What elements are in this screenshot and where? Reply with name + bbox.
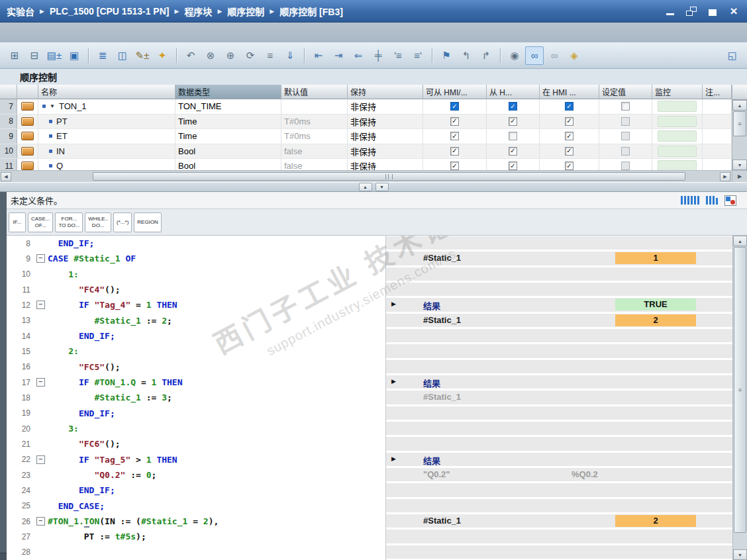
- snippet-tab[interactable]: FOR...TO DO...: [55, 212, 83, 232]
- minimize-button[interactable]: [665, 7, 675, 16]
- table-row[interactable]: 8PTTimeT#0ms非保持✓✓✓: [0, 115, 732, 130]
- column-header-6[interactable]: 可从 HMI/...: [423, 85, 487, 99]
- cross-references-icon[interactable]: ⊗: [201, 46, 220, 65]
- hmi-checkbox[interactable]: ✓: [450, 132, 459, 140]
- snippet-tab[interactable]: CASE...OF...: [28, 212, 53, 232]
- snippet-tab[interactable]: WHILE..DO...: [85, 212, 111, 232]
- breadcrumb-item[interactable]: 顺序控制: [227, 5, 264, 18]
- retain-cell[interactable]: 非保持: [348, 129, 423, 144]
- call-structure-icon[interactable]: ⊕: [221, 46, 240, 65]
- table-row[interactable]: 9ETTimeT#0ms非保持✓✓: [0, 129, 732, 144]
- setpoint-checkbox[interactable]: [621, 102, 630, 111]
- table-row[interactable]: 7▼TON_1TON_TIME非保持✓✓✓: [0, 99, 732, 115]
- breadcrumb-item[interactable]: 顺序控制 [FB3]: [279, 5, 343, 18]
- default-value-cell[interactable]: T#0ms: [281, 115, 348, 129]
- expand-all-icon[interactable]: ⇓: [281, 46, 299, 65]
- hmi-checkbox[interactable]: ✓: [450, 102, 459, 111]
- shift-left-icon[interactable]: ⇐: [349, 46, 368, 65]
- indent-icon[interactable]: ⇥: [329, 46, 348, 65]
- horizontal-scrollbar[interactable]: ◀ ▶: [0, 170, 732, 182]
- code-vertical-scrollbar[interactable]: ▲ ≡ ▼: [732, 236, 747, 560]
- next-position-icon[interactable]: ↱: [477, 46, 495, 65]
- monitoring-snapshot-icon[interactable]: ∞: [545, 46, 564, 65]
- update-block-calls-icon[interactable]: ⟳: [241, 46, 260, 65]
- column-header-11[interactable]: 注...: [703, 85, 732, 99]
- breadcrumb-item[interactable]: PLC_1500 [CPU 1513-1 PN]: [50, 6, 170, 17]
- data-type-cell[interactable]: TON_TIME: [175, 99, 281, 114]
- hmi-checkbox[interactable]: ✓: [450, 117, 459, 126]
- hmi-checkbox[interactable]: ✓: [565, 147, 573, 156]
- breadcrumb-item[interactable]: 程序块: [184, 5, 212, 18]
- code-editor[interactable]: 8END_IF;9−CASE #Static_1 OF101:11"FC4"()…: [7, 236, 732, 560]
- outdent-icon[interactable]: ⇤: [309, 46, 328, 65]
- column-header-4[interactable]: 默认值: [281, 85, 348, 99]
- column-header-10[interactable]: 监控: [652, 85, 703, 99]
- hmi-checkbox[interactable]: ✓: [509, 102, 517, 111]
- hmi-checkbox[interactable]: ✓: [509, 147, 517, 156]
- operand-columns-icon[interactable]: [681, 196, 699, 205]
- hmi-checkbox[interactable]: ✓: [450, 162, 459, 170]
- data-type-cell[interactable]: Time: [175, 129, 281, 144]
- table-scrollbar-thumb[interactable]: ≡: [733, 111, 746, 136]
- splitter-collapse-down-button[interactable]: ▼: [375, 183, 389, 191]
- scroll-corner-button[interactable]: ▶: [732, 170, 747, 182]
- column-header-9[interactable]: 设定值: [599, 85, 652, 99]
- snippet-tab[interactable]: IF...: [9, 212, 26, 232]
- expand-arrow-icon[interactable]: ▼: [50, 103, 55, 109]
- breakpoints-icon[interactable]: ◉: [505, 46, 524, 65]
- scroll-down-button[interactable]: ▼: [733, 549, 747, 560]
- column-header-2[interactable]: 名称: [38, 85, 175, 99]
- previous-position-icon[interactable]: ↰: [457, 46, 475, 65]
- retain-cell[interactable]: 非保持: [348, 99, 423, 114]
- comment-cell[interactable]: [703, 129, 732, 144]
- hmi-checkbox[interactable]: ✓: [509, 162, 517, 170]
- hmi-checkbox[interactable]: ✓: [450, 147, 459, 156]
- close-button[interactable]: ×: [728, 7, 739, 16]
- know-how-protection-icon[interactable]: ◈: [565, 46, 583, 65]
- table-row[interactable]: 11QBoolfalse非保持✓✓✓: [0, 159, 732, 170]
- column-header-8[interactable]: 在 HMI ...: [540, 85, 599, 99]
- snippet-tab[interactable]: (*...*): [113, 212, 132, 232]
- scroll-left-button[interactable]: ◀: [1, 172, 11, 181]
- variable-name-cell[interactable]: ET: [38, 129, 175, 144]
- operand-columns-narrow-icon[interactable]: [706, 196, 718, 205]
- maximize-editor-icon[interactable]: ◱: [723, 46, 742, 65]
- column-header-5[interactable]: 保持: [348, 85, 423, 99]
- retain-cell[interactable]: 非保持: [348, 144, 423, 159]
- data-type-cell[interactable]: Bool: [175, 159, 281, 170]
- block-interface-icon[interactable]: ▣: [65, 46, 83, 65]
- pane-splitter[interactable]: ▲ ▼: [0, 182, 747, 192]
- fold-collapse-icon[interactable]: −: [36, 378, 45, 387]
- breadcrumb-item[interactable]: 实验台: [7, 5, 34, 18]
- monitoring-on-icon[interactable]: ∞: [525, 46, 544, 65]
- insert-row-icon[interactable]: ⊟: [25, 46, 44, 65]
- restore-button[interactable]: [686, 7, 697, 16]
- insert-network-icon[interactable]: ⊞: [5, 46, 24, 65]
- variable-name-cell[interactable]: IN: [38, 144, 175, 159]
- data-type-cell[interactable]: Time: [175, 115, 281, 129]
- setpoint-checkbox[interactable]: [621, 132, 630, 140]
- auto-format-icon[interactable]: ╪: [369, 46, 387, 65]
- hmi-checkbox[interactable]: [509, 132, 517, 140]
- absolute-operands-icon[interactable]: ≣: [93, 46, 112, 65]
- hmi-checkbox[interactable]: ✓: [565, 102, 573, 111]
- show-hidden-lines-icon[interactable]: ≡: [261, 46, 279, 65]
- table-row[interactable]: 10INBoolfalse非保持✓✓✓: [0, 144, 732, 160]
- column-header-3[interactable]: 数据类型: [175, 85, 281, 99]
- comment-cell[interactable]: [703, 115, 732, 129]
- setpoint-checkbox[interactable]: [621, 117, 630, 126]
- table-vertical-scrollbar[interactable]: ▲ ≡ ▼: [732, 85, 747, 170]
- breakpoint-view-icon[interactable]: [724, 195, 736, 206]
- hmi-checkbox[interactable]: ✓: [509, 117, 517, 126]
- variable-name-cell[interactable]: ▼TON_1: [38, 99, 175, 114]
- hmi-checkbox[interactable]: ✓: [565, 117, 573, 126]
- data-type-cell[interactable]: Bool: [175, 144, 281, 159]
- fold-collapse-icon[interactable]: −: [36, 517, 45, 526]
- add-parameter-icon[interactable]: ▤±: [45, 46, 64, 65]
- setpoint-checkbox[interactable]: [621, 162, 630, 170]
- project-tree-tab[interactable]: 项目树 ▶: [0, 553, 7, 560]
- scroll-down-button[interactable]: ▼: [732, 160, 747, 170]
- horizontal-scrollbar-thumb[interactable]: [93, 172, 685, 181]
- fold-collapse-icon[interactable]: −: [36, 254, 45, 263]
- snippet-tab[interactable]: REGION: [134, 212, 162, 232]
